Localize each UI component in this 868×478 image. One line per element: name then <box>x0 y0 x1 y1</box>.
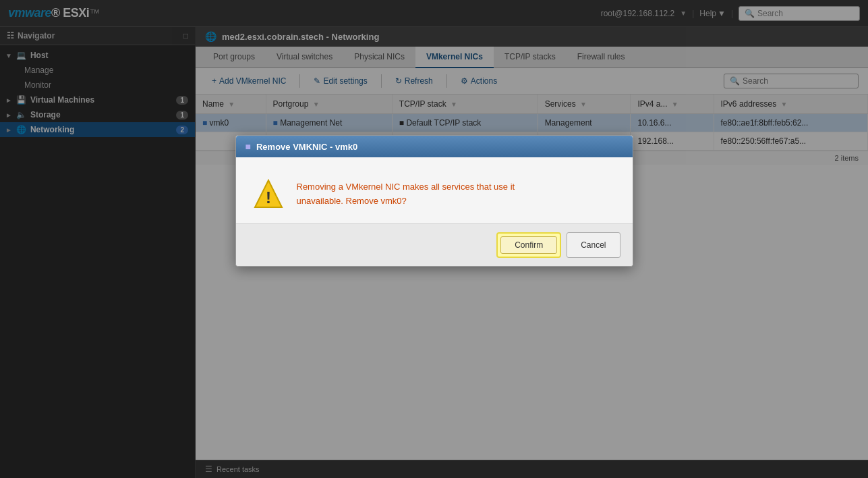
dialog-title: Remove VMKNIC - vmk0 <box>256 142 357 152</box>
remove-vmknic-dialog: ■ Remove VMKNIC - vmk0 ! Removing a VMke… <box>235 135 633 267</box>
dialog-header: ■ Remove VMKNIC - vmk0 <box>236 136 633 157</box>
svg-text:!: ! <box>266 188 271 207</box>
warning-triangle-icon: ! <box>252 178 285 210</box>
dialog-nic-icon: ■ <box>245 141 251 152</box>
dialog-body: ! Removing a VMkernel NIC makes all serv… <box>236 157 633 223</box>
dialog-footer: Confirm Cancel <box>236 223 633 266</box>
modal-overlay: ■ Remove VMKNIC - vmk0 ! Removing a VMke… <box>0 0 868 478</box>
cancel-button[interactable]: Cancel <box>567 232 620 258</box>
confirm-highlight: Confirm <box>496 232 561 258</box>
dialog-message: Removing a VMkernel NIC makes all servic… <box>297 178 515 209</box>
confirm-button[interactable]: Confirm <box>500 236 557 254</box>
